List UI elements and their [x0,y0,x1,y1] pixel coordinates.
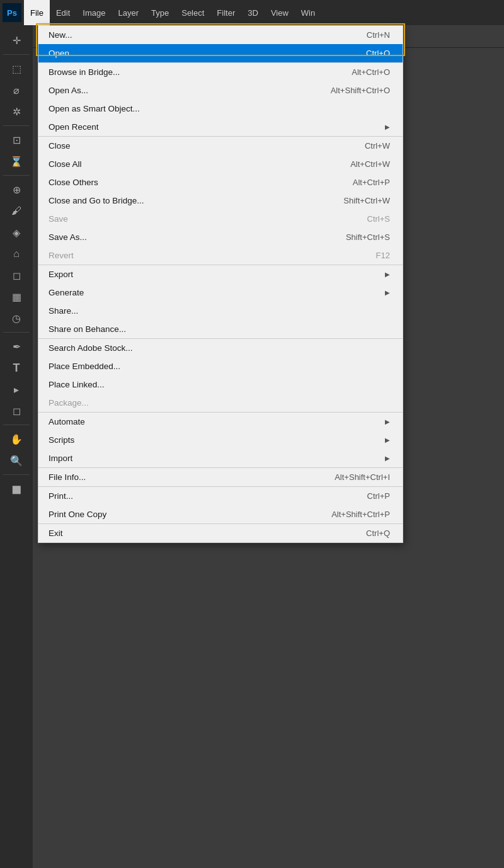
menu-scripts[interactable]: Scripts ▶ [38,431,403,449]
menu-place-embedded-label: Place Embedded... [49,362,365,371]
menu-bar: Ps File Edit Image Layer Type Select Fil… [0,0,504,25]
menu-open-smart-object-label: Open as Smart Object... [49,104,365,113]
menu-exit-shortcut: Ctrl+Q [366,528,390,538]
magic-wand-tool[interactable]: ✲ [6,101,26,122]
pen-tool[interactable]: ✒ [6,336,26,357]
menu-import[interactable]: Import ▶ [38,449,403,467]
menu-place-linked[interactable]: Place Linked... [38,375,403,394]
clone-tool[interactable]: ◈ [6,222,26,243]
menu-browse-bridge[interactable]: Browse in Bridge... Alt+Ctrl+O [38,63,403,81]
menu-print[interactable]: Print... Ctrl+P [38,487,403,505]
menu-section-4: Export ▶ Generate ▶ Share... Share on Be… [38,265,403,339]
menu-view[interactable]: View [265,0,295,25]
automate-arrow-icon: ▶ [385,418,390,425]
menu-share-behance[interactable]: Share on Behance... [38,320,403,338]
menu-new-label: New... [49,30,341,40]
menu-type[interactable]: Type [145,0,175,25]
menu-export[interactable]: Export ▶ [38,265,403,283]
menu-exit[interactable]: Exit Ctrl+Q [38,524,403,542]
menu-filter[interactable]: Filter [210,0,241,25]
scripts-arrow-icon: ▶ [385,437,390,443]
menu-save[interactable]: Save Ctrl+S [38,210,403,228]
zoom-tool[interactable]: 🔍 [6,450,26,471]
menu-close-go-bridge[interactable]: Close and Go to Bridge... Shift+Ctrl+W [38,191,403,210]
gradient-tool[interactable]: ▦ [6,287,26,307]
path-select-tool[interactable]: ▸ [6,379,26,399]
menu-close-go-bridge-label: Close and Go to Bridge... [49,196,318,205]
menu-generate-label: Generate [49,288,380,297]
hand-tool[interactable]: ✋ [6,429,26,449]
menu-close-all[interactable]: Close All Alt+Ctrl+W [38,155,403,173]
menu-print-label: Print... [49,491,342,501]
eraser-tool[interactable]: ◻ [6,265,26,285]
menu-generate[interactable]: Generate ▶ [38,283,403,302]
menu-layer[interactable]: Layer [112,0,146,25]
menu-select[interactable]: Select [175,0,210,25]
menu-print-one-copy[interactable]: Print One Copy Alt+Shift+Ctrl+P [38,505,403,523]
history-tool[interactable]: ⌂ [6,244,26,264]
menu-open-as[interactable]: Open As... Alt+Shift+Ctrl+O [38,81,403,100]
menu-section-8: Print... Ctrl+P Print One Copy Alt+Shift… [38,487,403,524]
menu-close-others-shortcut: Alt+Ctrl+P [353,178,390,187]
move-tool[interactable]: ✛ [6,30,26,50]
menu-package[interactable]: Package... [38,394,403,412]
menu-file[interactable]: File [24,0,50,25]
tool-sep-3 [3,175,30,176]
menu-export-label: Export [49,270,380,279]
menu-close-go-bridge-shortcut: Shift+Ctrl+W [343,196,390,205]
menu-edit[interactable]: Edit [50,0,76,25]
menu-section-2: Browse in Bridge... Alt+Ctrl+O Open As..… [38,63,403,137]
menu-win[interactable]: Win [295,0,321,25]
menu-file-info[interactable]: File Info... Alt+Shift+Ctrl+I [38,468,403,486]
tool-sep-4 [3,332,30,333]
menu-close[interactable]: Close Ctrl+W [38,137,403,155]
menu-new[interactable]: New... Ctrl+N [38,26,403,44]
menu-search-stock[interactable]: Search Adobe Stock... [38,339,403,357]
eyedropper-tool[interactable]: ⌛ [6,151,26,171]
menu-automate[interactable]: Automate ▶ [38,413,403,431]
lasso-tool[interactable]: ⌀ [6,80,26,100]
marquee-tool[interactable]: ⬚ [6,59,26,79]
brush-tool[interactable]: 🖌 [6,201,26,221]
foreground-bg-tool[interactable]: ◼ [6,479,26,499]
crop-tool[interactable]: ⊡ [6,130,26,150]
menu-import-label: Import [49,454,380,463]
menu-open-label: Open... [49,49,341,58]
tool-sep-1 [3,54,30,55]
healing-tool[interactable]: ⊕ [6,180,26,200]
menu-section-3: Close Ctrl+W Close All Alt+Ctrl+W Close … [38,137,403,265]
menu-image[interactable]: Image [76,0,112,25]
menu-open-smart-object[interactable]: Open as Smart Object... [38,100,403,118]
dodge-tool[interactable]: ◷ [6,308,26,328]
tool-sep-6 [3,474,30,475]
generate-arrow-icon: ▶ [385,289,390,296]
shape-tool[interactable]: ◻ [6,401,26,421]
menu-file-info-label: File Info... [49,472,309,482]
menu-print-one-copy-label: Print One Copy [49,510,306,519]
menu-browse-bridge-label: Browse in Bridge... [49,67,326,77]
menu-open-recent[interactable]: Open Recent ▶ [38,118,403,136]
menu-share[interactable]: Share... [38,302,403,320]
tool-sep-5 [3,425,30,425]
open-recent-arrow-icon: ▶ [385,123,390,130]
menu-open[interactable]: Open... Ctrl+O [38,44,403,62]
menu-close-others[interactable]: Close Others Alt+Ctrl+P [38,173,403,191]
menu-save-as[interactable]: Save As... Shift+Ctrl+S [38,228,403,246]
menu-place-embedded[interactable]: Place Embedded... [38,357,403,375]
menu-revert-label: Revert [49,251,351,260]
menu-3d[interactable]: 3D [241,0,265,25]
menu-open-shortcut: Ctrl+O [366,49,390,58]
left-toolbar: ✛ ⬚ ⌀ ✲ ⊡ ⌛ ⊕ 🖌 ◈ ⌂ ◻ ▦ ◷ ✒ T ▸ ◻ ✋ 🔍 ◼ [0,25,33,868]
menu-section-7: File Info... Alt+Shift+Ctrl+I [38,468,403,487]
menu-open-as-label: Open As... [49,86,306,95]
menu-save-as-label: Save As... [49,232,321,242]
menu-share-behance-label: Share on Behance... [49,324,365,334]
menu-print-one-copy-shortcut: Alt+Shift+Ctrl+P [331,510,390,519]
type-tool[interactable]: T [6,358,26,378]
menu-revert[interactable]: Revert F12 [38,246,403,265]
menu-place-linked-label: Place Linked... [49,380,365,389]
menu-close-label: Close [49,141,340,151]
menu-revert-shortcut: F12 [376,251,390,260]
menu-search-stock-label: Search Adobe Stock... [49,343,365,353]
menu-open-as-shortcut: Alt+Shift+Ctrl+O [331,86,390,95]
